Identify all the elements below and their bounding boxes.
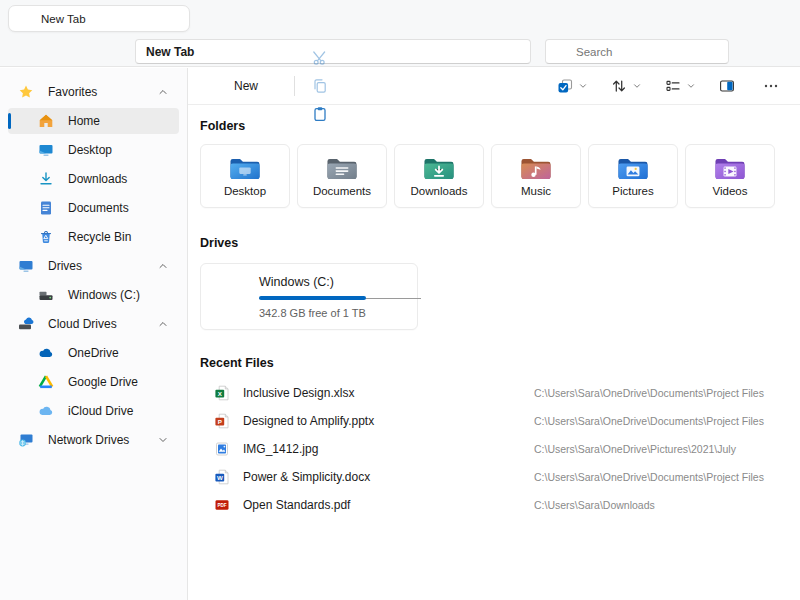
settings-button[interactable] [764, 39, 794, 65]
title-bar: New Tab [0, 0, 800, 36]
music-folder-icon [519, 155, 553, 182]
toolbar-divider [294, 76, 295, 96]
drive-card-windows-c[interactable]: Windows (C:) 342.8 GB free of 1 TB [200, 263, 418, 330]
file-row-open-standards-pdf[interactable]: PDF Open Standards.pdf C:\Users\Sara\Dow… [200, 491, 786, 519]
sidebar: Favorites Home Desktop Downloads Documen… [0, 68, 188, 600]
sort-button[interactable] [604, 72, 634, 100]
tab-new-tab[interactable]: New Tab [8, 5, 190, 32]
select-button[interactable] [550, 72, 580, 100]
file-explorer-window: New Tab New Tab [0, 0, 800, 600]
drive-usage-bar [259, 296, 421, 301]
forward-button[interactable] [38, 38, 68, 64]
file-path: C:\Users\Sara\Downloads [534, 499, 786, 511]
search-box[interactable] [545, 39, 729, 64]
folder-card-pictures[interactable]: Pictures [588, 144, 678, 208]
tab-overview-button[interactable] [232, 9, 260, 37]
file-row-img-1412-jpg[interactable]: IMG_1412.jpg C:\Users\Sara\OneDrive\Pict… [200, 435, 786, 463]
sidebar-item-google-drive[interactable]: Google Drive [8, 369, 179, 395]
arrow-right-icon [44, 42, 62, 60]
refresh-icon [108, 42, 126, 60]
copy-icon [312, 78, 328, 94]
folder-card-downloads[interactable]: Downloads [394, 144, 484, 208]
file-row-designed-to-amplify-pptx[interactable]: P Designed to Amplify.pptx C:\Users\Sara… [200, 407, 786, 435]
sidebar-section-network-drives[interactable]: Network Drives [8, 427, 179, 453]
chevron-down-icon[interactable] [686, 81, 696, 91]
download-icon [38, 171, 54, 187]
folder-card-desktop[interactable]: Desktop [200, 144, 290, 208]
drives-more-button[interactable] [760, 233, 786, 253]
plus-icon [204, 15, 220, 31]
chevron-down-icon[interactable] [506, 45, 520, 59]
file-row-inclusive-design-xlsx[interactable]: X Inclusive Design.xlsx C:\Users\Sara\On… [200, 379, 786, 407]
sidebar-section-favorites[interactable]: Favorites [8, 79, 179, 105]
up-button[interactable] [70, 38, 100, 64]
file-name: IMG_1412.jpg [243, 442, 521, 456]
folder-card-label: Videos [713, 185, 748, 197]
maximize-button[interactable] [710, 0, 755, 36]
folders-section-title: Folders [200, 119, 786, 133]
svg-text:P: P [218, 418, 222, 425]
close-window-button[interactable] [755, 0, 800, 36]
downloads-folder-icon [422, 155, 456, 182]
sidebar-section-drives[interactable]: Drives [8, 253, 179, 279]
maximize-icon [726, 11, 740, 25]
sidebar-item-desktop[interactable]: Desktop [8, 137, 179, 163]
onedrive-icon [38, 345, 54, 361]
cut-button[interactable] [305, 44, 335, 72]
tab-title: New Tab [41, 13, 153, 25]
folder-card-videos[interactable]: Videos [685, 144, 775, 208]
gear-icon [771, 44, 787, 60]
close-icon [164, 12, 178, 26]
selection-button[interactable] [732, 39, 762, 65]
chevron-down-icon[interactable] [157, 434, 169, 446]
folder-card-music[interactable]: Music [491, 144, 581, 208]
sidebar-item-onedrive[interactable]: OneDrive [8, 340, 179, 366]
layout-button[interactable] [658, 72, 688, 100]
file-row-power-simplicity-docx[interactable]: W Power & Simplicity.docx C:\Users\Sara\… [200, 463, 786, 491]
chevron-down-icon[interactable] [578, 81, 588, 91]
chevron-down-icon[interactable] [632, 81, 642, 91]
file-name: Inclusive Design.xlsx [243, 386, 521, 400]
file-path: C:\Users\Sara\OneDrive\Documents\Project… [534, 387, 786, 399]
image-file-icon [214, 441, 230, 457]
recent-files-section-title: Recent Files [200, 356, 786, 370]
navigation-bar: New Tab [0, 36, 800, 67]
new-button[interactable]: New [202, 73, 284, 99]
preview-pane-button[interactable] [712, 72, 742, 100]
select-icon [557, 78, 573, 94]
recent-files-list: X Inclusive Design.xlsx C:\Users\Sara\On… [200, 379, 786, 519]
sidebar-item-downloads[interactable]: Downloads [8, 166, 179, 192]
minimize-icon [681, 11, 695, 25]
word-file-icon: W [214, 469, 230, 485]
file-name: Open Standards.pdf [243, 498, 521, 512]
documents-folder-icon [325, 155, 359, 182]
sidebar-item-icloud-drive[interactable]: iCloud Drive [8, 398, 179, 424]
back-button[interactable] [6, 38, 36, 64]
excel-file-icon: X [214, 385, 230, 401]
chevron-up-icon[interactable] [157, 86, 169, 98]
sidebar-item-windows-c[interactable]: Windows (C:) [8, 282, 179, 308]
new-tab-button[interactable] [198, 9, 226, 37]
cloud-drive-icon [18, 316, 34, 332]
address-text: New Tab [146, 45, 194, 59]
tab-close-button[interactable] [161, 9, 181, 29]
toolbar: New [188, 68, 800, 105]
windows-drive-icon [213, 279, 249, 315]
copy-button[interactable] [305, 72, 335, 100]
sidebar-item-home[interactable]: Home [8, 108, 179, 134]
chevron-up-icon[interactable] [157, 318, 169, 330]
minimize-button[interactable] [665, 0, 710, 36]
file-path: C:\Users\Sara\OneDrive\Documents\Project… [534, 415, 786, 427]
tab-overview-icon [238, 15, 254, 31]
file-name: Designed to Amplify.pptx [243, 414, 521, 428]
search-input[interactable] [574, 45, 720, 59]
refresh-button[interactable] [102, 38, 132, 64]
sidebar-section-cloud-drives[interactable]: Cloud Drives [8, 311, 179, 337]
folder-card-documents[interactable]: Documents [297, 144, 387, 208]
more-options-button[interactable] [756, 72, 786, 100]
google-drive-icon [38, 374, 54, 390]
sidebar-item-documents[interactable]: Documents [8, 195, 179, 221]
new-button-label: New [234, 79, 258, 93]
chevron-up-icon[interactable] [157, 260, 169, 272]
sidebar-item-recycle-bin[interactable]: Recycle Bin [8, 224, 179, 250]
